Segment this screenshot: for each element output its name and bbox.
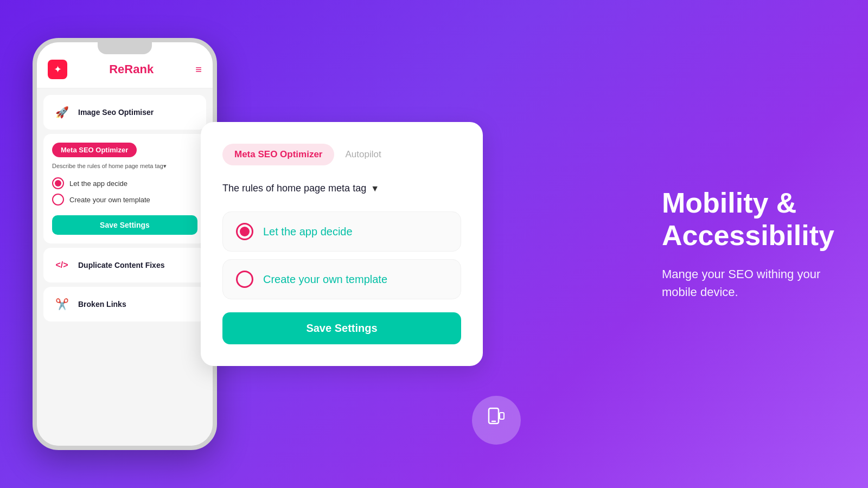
phone-notch [98, 42, 152, 54]
radio-app-decide[interactable] [236, 223, 253, 240]
tab-meta-seo[interactable]: Meta SEO Optimizer [222, 144, 334, 165]
phone-label-own-template: Create your own template [69, 196, 150, 204]
phone-nav-broken[interactable]: ✂️ Broken Links [43, 287, 206, 322]
phone-radio-app-decide[interactable] [52, 177, 64, 189]
phone-nav-image-seo[interactable]: 🚀 Image Seo Optimiser [43, 95, 206, 130]
desktop-card: Meta SEO Optimizer Autopilot The rules o… [201, 122, 483, 366]
tab-autopilot[interactable]: Autopilot [345, 149, 381, 160]
card-dropdown[interactable]: The rules of home page meta tag ▼ [222, 183, 461, 194]
floating-mobile-icon [472, 396, 521, 445]
phone-option-own-template[interactable]: Create your own template [52, 194, 197, 206]
phone-mockup: ✦ ReRank ≡ 🚀 Image Seo Optimiser Meta SE… [33, 38, 217, 450]
right-text-block: Mobility & Accessibility Mange your SEO … [629, 187, 835, 301]
phone-screen: ✦ ReRank ≡ 🚀 Image Seo Optimiser Meta SE… [37, 42, 213, 446]
phone-meta-seo-card: Meta SEO Optimizer Describe the rules of… [43, 134, 206, 243]
menu-icon[interactable]: ≡ [195, 63, 202, 76]
option-own-template[interactable]: Create your own template [222, 259, 461, 299]
phone-radio-own-template[interactable] [52, 194, 64, 206]
phone-badge: Meta SEO Optimizer [52, 143, 137, 157]
dropdown-arrow-icon: ▼ [371, 184, 379, 194]
radio-own-template[interactable] [236, 271, 253, 288]
option-app-decide[interactable]: Let the app decide [222, 211, 461, 252]
rerank-logo-icon: ✦ [48, 60, 67, 79]
duplicate-icon: </> [52, 255, 72, 275]
phone-option-app-decide[interactable]: Let the app decide [52, 177, 197, 189]
phone-nav-duplicate[interactable]: </> Duplicate Content Fixes [43, 248, 206, 282]
svg-rect-1 [500, 413, 504, 419]
right-heading: Mobility & Accessibility [662, 187, 835, 252]
phone-label-app-decide: Let the app decide [69, 179, 127, 188]
phone-save-button[interactable]: Save Settings [52, 215, 197, 235]
label-app-decide: Let the app decide [263, 226, 353, 238]
desktop-save-button[interactable]: Save Settings [222, 312, 461, 344]
broken-links-icon: ✂️ [52, 294, 72, 314]
card-tabs: Meta SEO Optimizer Autopilot [222, 144, 461, 165]
phone-content: 🚀 Image Seo Optimiser Meta SEO Optimizer… [37, 88, 213, 446]
dropdown-label: The rules of home page meta tag [222, 183, 366, 194]
image-seo-label: Image Seo Optimiser [78, 108, 154, 117]
phone-card-subtitle: Describe the rules of home page meta tag… [52, 163, 197, 170]
broken-links-label: Broken Links [78, 300, 126, 309]
duplicate-label: Duplicate Content Fixes [78, 261, 164, 269]
image-seo-icon: 🚀 [52, 102, 72, 122]
label-own-template: Create your own template [263, 273, 387, 286]
mobile-device-icon [484, 406, 508, 435]
phone-app-title: ReRank [109, 62, 154, 76]
right-body: Mange your SEO withing your mobile devic… [662, 265, 835, 301]
